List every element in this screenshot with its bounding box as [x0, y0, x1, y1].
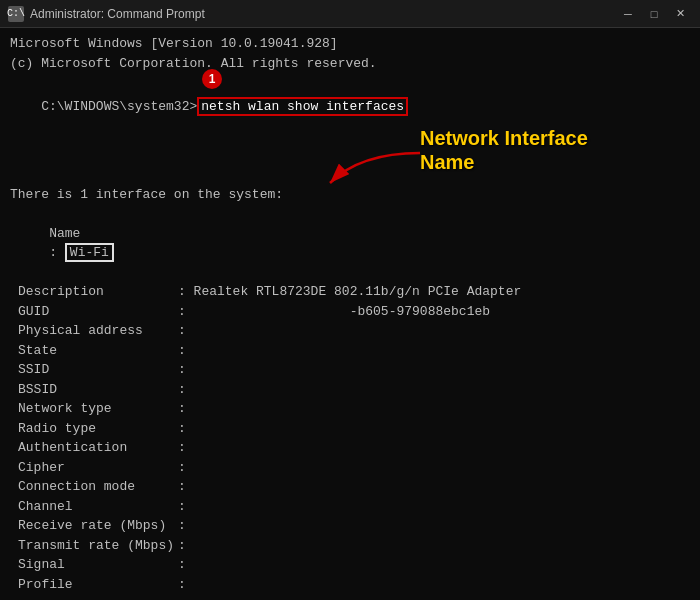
maximize-button[interactable]: □ [642, 5, 666, 23]
table-row-profile: Profile: [10, 575, 690, 595]
table-row-guid: GUID: -b605-979088ebc1eb [10, 302, 690, 322]
spacer2 [10, 594, 690, 600]
table-row-transmit: Transmit rate (Mbps): [10, 536, 690, 556]
window-controls[interactable]: ─ □ ✕ [616, 5, 692, 23]
minimize-button[interactable]: ─ [616, 5, 640, 23]
table-row-ssid: SSID: [10, 360, 690, 380]
terminal-area: Microsoft Windows [Version 10.0.19041.92… [0, 28, 700, 600]
table-row-receive: Receive rate (Mbps): [10, 516, 690, 536]
table-row-nettype: Network type: [10, 399, 690, 419]
table-row-physical: Physical address: [10, 321, 690, 341]
table-row-auth: Authentication: [10, 438, 690, 458]
label-name: Name [49, 224, 209, 244]
app-icon: C:\ [8, 6, 24, 22]
table-row-cipher: Cipher: [10, 458, 690, 478]
badge-1: 1 [202, 69, 222, 89]
title-bar: C:\ Administrator: Command Prompt ─ □ ✕ [0, 0, 700, 28]
command1-text: netsh wlan show interfaces [197, 97, 408, 116]
network-interface-label: Network Interface Name [420, 126, 660, 174]
table-row-connmode: Connection mode: [10, 477, 690, 497]
title-bar-left: C:\ Administrator: Command Prompt [8, 6, 205, 22]
window-title: Administrator: Command Prompt [30, 7, 205, 21]
table-row-desc: Description: Realtek RTL8723DE 802.11b/g… [10, 282, 690, 302]
prompt1: C:\WINDOWS\system32> [41, 99, 197, 114]
interface-header: There is 1 interface on the system: [10, 185, 690, 205]
wifi-value: Wi-Fi [65, 243, 114, 262]
table-row-signal: Signal: [10, 555, 690, 575]
table-row-state: State: [10, 341, 690, 361]
spacer1 [10, 175, 690, 185]
table-row-channel: Channel: [10, 497, 690, 517]
intro-line-2: (c) Microsoft Corporation. All rights re… [10, 54, 690, 74]
close-button[interactable]: ✕ [668, 5, 692, 23]
table-row-bssid: BSSID: [10, 380, 690, 400]
table-row-radiotype: Radio type: [10, 419, 690, 439]
intro-line-1: Microsoft Windows [Version 10.0.19041.92… [10, 34, 690, 54]
table-row-name: Name : Wi-Fi [10, 204, 690, 282]
